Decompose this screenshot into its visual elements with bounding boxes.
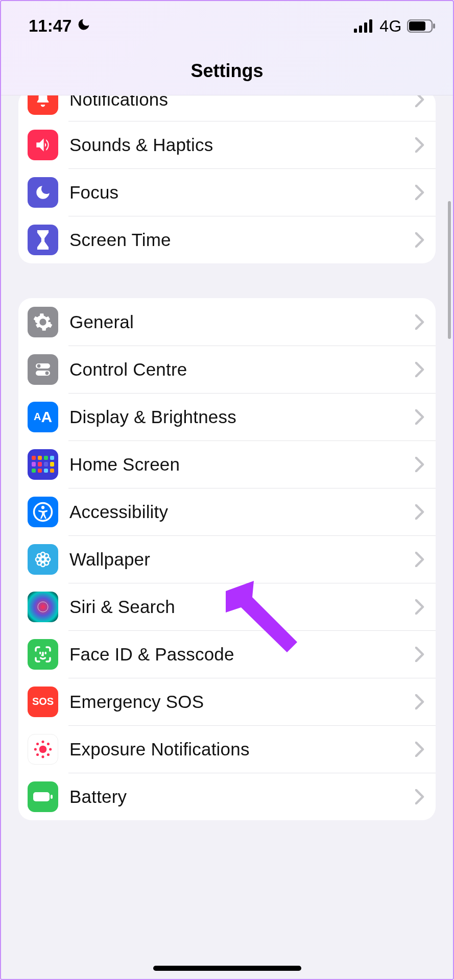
settings-group-general: General Control Centre AA Display & Brig… (18, 298, 436, 820)
settings-row-screen-time[interactable]: Screen Time (18, 216, 436, 263)
row-label: Focus (69, 182, 415, 203)
chevron-right-icon (415, 694, 424, 709)
chevron-right-icon (415, 742, 424, 757)
svg-point-23 (39, 745, 47, 753)
bell-icon (28, 95, 58, 115)
chevron-right-icon (415, 409, 424, 425)
row-label: Emergency SOS (69, 692, 415, 712)
siri-icon (28, 592, 58, 622)
svg-point-13 (41, 557, 45, 561)
svg-point-10 (45, 371, 49, 375)
svg-rect-2 (364, 22, 367, 33)
svg-point-26 (34, 748, 37, 750)
settings-row-focus[interactable]: Focus (18, 168, 436, 216)
accessibility-icon (28, 497, 58, 527)
row-label: Accessibility (69, 502, 415, 522)
svg-rect-5 (409, 21, 425, 31)
settings-row-emergency-sos[interactable]: SOS Emergency SOS (18, 678, 436, 725)
cellular-signal-icon (354, 19, 374, 33)
svg-point-12 (41, 506, 44, 509)
row-label: Battery (69, 787, 415, 807)
svg-rect-33 (51, 795, 53, 799)
gear-icon (28, 307, 58, 337)
moon-icon (28, 177, 58, 208)
status-time: 11:47 (29, 16, 71, 36)
svg-rect-0 (354, 29, 357, 33)
chevron-right-icon (415, 232, 424, 248)
chevron-right-icon (415, 185, 424, 200)
chevron-right-icon (415, 599, 424, 615)
svg-point-24 (41, 740, 44, 743)
text-size-icon: AA (28, 402, 58, 432)
svg-point-25 (41, 755, 44, 758)
svg-point-28 (36, 742, 39, 745)
svg-point-8 (37, 364, 41, 368)
sos-icon: SOS (28, 687, 58, 717)
network-type: 4G (379, 17, 402, 36)
scroll-indicator[interactable] (448, 201, 451, 339)
settings-row-faceid[interactable]: Face ID & Passcode (18, 630, 436, 678)
svg-rect-32 (33, 792, 50, 801)
settings-row-control-centre[interactable]: Control Centre (18, 346, 436, 393)
chevron-right-icon (415, 552, 424, 567)
chevron-right-icon (415, 457, 424, 472)
home-screen-icon (28, 449, 58, 480)
svg-point-20 (37, 561, 41, 565)
svg-point-30 (36, 753, 39, 755)
row-label: Display & Brightness (69, 407, 415, 427)
settings-row-sounds[interactable]: Sounds & Haptics (18, 121, 436, 168)
settings-row-battery[interactable]: Battery (18, 773, 436, 820)
flower-icon (28, 544, 58, 575)
toggles-icon (28, 354, 58, 385)
face-id-icon (28, 639, 58, 670)
status-bar: 11:47 4G (1, 1, 453, 42)
row-label: Wallpaper (69, 549, 415, 570)
chevron-right-icon (415, 647, 424, 662)
settings-row-wallpaper[interactable]: Wallpaper (18, 535, 436, 583)
exposure-icon (28, 734, 58, 765)
chevron-right-icon (415, 314, 424, 330)
battery-full-icon (28, 781, 58, 812)
page-title: Settings (1, 42, 453, 95)
settings-group-alerts: Notifications Sounds & Haptics Focus Scr… (18, 95, 436, 263)
row-label: General (69, 312, 415, 332)
row-label: Notifications (69, 95, 415, 110)
chevron-right-icon (415, 504, 424, 520)
row-label: Sounds & Haptics (69, 135, 415, 155)
svg-point-19 (44, 554, 49, 558)
svg-rect-1 (359, 26, 362, 33)
row-label: Face ID & Passcode (69, 644, 415, 665)
hourglass-icon (28, 225, 58, 255)
svg-point-29 (47, 742, 50, 745)
settings-row-display[interactable]: AA Display & Brightness (18, 393, 436, 440)
svg-point-27 (49, 748, 52, 750)
svg-rect-3 (369, 19, 372, 33)
svg-point-21 (44, 561, 49, 565)
row-label: Control Centre (69, 359, 415, 380)
chevron-right-icon (415, 95, 424, 107)
chevron-right-icon (415, 137, 424, 153)
chevron-right-icon (415, 362, 424, 377)
do-not-disturb-icon (77, 17, 91, 35)
settings-list: Notifications Sounds & Haptics Focus Scr… (1, 95, 453, 980)
row-label: Siri & Search (69, 597, 415, 617)
settings-row-accessibility[interactable]: Accessibility (18, 488, 436, 535)
svg-point-18 (37, 554, 41, 558)
row-label: Exposure Notifications (69, 739, 415, 760)
svg-point-31 (47, 753, 50, 755)
settings-row-exposure[interactable]: Exposure Notifications (18, 725, 436, 773)
battery-icon (407, 19, 436, 33)
svg-rect-6 (433, 23, 435, 29)
settings-row-general[interactable]: General (18, 298, 436, 346)
home-indicator[interactable] (153, 966, 301, 971)
row-label: Home Screen (69, 454, 415, 475)
chevron-right-icon (415, 789, 424, 804)
svg-point-22 (38, 602, 48, 612)
settings-row-home-screen[interactable]: Home Screen (18, 440, 436, 488)
settings-row-notifications[interactable]: Notifications (18, 95, 436, 121)
settings-row-siri[interactable]: Siri & Search (18, 583, 436, 630)
speaker-icon (28, 130, 58, 160)
row-label: Screen Time (69, 230, 415, 250)
